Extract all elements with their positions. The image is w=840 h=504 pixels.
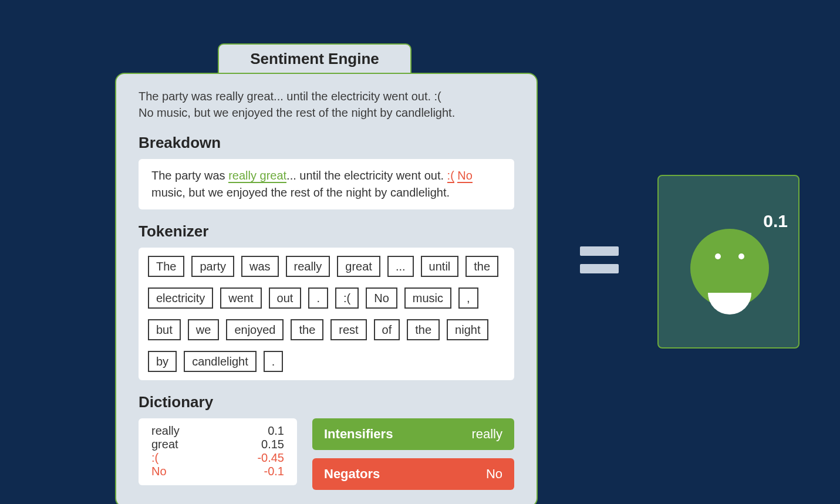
- breakdown-text-post: music, but we enjoyed the rest of the ni…: [151, 186, 450, 199]
- token: of: [374, 319, 400, 340]
- token: the: [407, 319, 440, 340]
- equals-icon: [580, 246, 619, 273]
- input-line-2: No music, but we enjoyed the rest of the…: [139, 106, 455, 119]
- dictionary-entry: No-0.1: [151, 465, 284, 478]
- token: we: [188, 319, 220, 340]
- token: was: [241, 256, 279, 277]
- token: candlelight: [184, 351, 257, 372]
- result-score: 0.1: [763, 211, 788, 231]
- breakdown-heading: Breakdown: [139, 134, 514, 152]
- intensifiers-value: really: [471, 427, 502, 442]
- breakdown-text-mid: ... until the electricity went out.: [286, 169, 447, 182]
- token: great: [337, 256, 380, 277]
- dictionary-score: 0.1: [268, 424, 284, 438]
- token: rest: [330, 319, 366, 340]
- breakdown-highlight-green: really great: [228, 169, 286, 183]
- token: night: [447, 319, 488, 340]
- token: party: [191, 256, 234, 277]
- result-card: 0.1: [657, 175, 799, 349]
- dictionary-score: 0.15: [261, 438, 284, 451]
- token: ,: [458, 287, 478, 309]
- negators-value: No: [486, 466, 502, 482]
- input-text: The party was really great... until the …: [139, 88, 514, 121]
- tokenizer-box: Thepartywasreallygreat...untiltheelectri…: [139, 248, 514, 380]
- intensifiers-label: Intensifiers: [324, 427, 393, 442]
- dictionary-word: really: [151, 424, 180, 438]
- negators-label: Negators: [324, 466, 380, 482]
- tokenizer-heading: Tokenizer: [139, 222, 514, 241]
- token: .: [308, 287, 328, 309]
- diagram-stage: Sentiment Engine The party was really gr…: [0, 0, 840, 504]
- dictionary-word: great: [151, 438, 178, 451]
- token: out: [269, 287, 302, 309]
- token: .: [264, 351, 284, 372]
- card-tab-title: Sentiment Engine: [218, 43, 411, 74]
- dictionary-entry: great0.15: [151, 438, 284, 451]
- smiley-eye: [738, 253, 744, 259]
- token: enjoyed: [226, 319, 284, 340]
- smiley-eye: [715, 253, 721, 259]
- equals-bar: [580, 264, 619, 273]
- smiley-icon: [690, 229, 769, 307]
- intensifiers-chip: Intensifiers really: [312, 418, 514, 450]
- token: music: [404, 287, 451, 309]
- sentiment-engine-card: Sentiment Engine The party was really gr…: [115, 46, 538, 504]
- token: the: [291, 319, 323, 340]
- breakdown-text-pre: The party was: [151, 169, 228, 182]
- breakdown-box: The party was really great... until the …: [139, 159, 514, 209]
- token: until: [421, 256, 459, 277]
- engine-panel: The party was really great... until the …: [115, 73, 538, 504]
- dictionary-entry: really0.1: [151, 424, 284, 438]
- token: really: [286, 256, 330, 277]
- dictionary-score: -0.1: [264, 465, 284, 478]
- dictionary-score: -0.45: [257, 451, 284, 465]
- dictionary-row: really0.1great0.15:(-0.45No-0.1 Intensif…: [139, 418, 514, 490]
- token: went: [220, 287, 261, 309]
- token: the: [465, 256, 498, 277]
- token: ...: [387, 256, 414, 277]
- dictionary-heading: Dictionary: [139, 393, 514, 411]
- breakdown-highlight-red-2: No: [457, 169, 473, 183]
- dictionary-word: No: [151, 465, 167, 478]
- token: by: [148, 351, 177, 372]
- dictionary-side-column: Intensifiers really Negators No: [312, 418, 514, 490]
- negators-chip: Negators No: [312, 458, 514, 490]
- token: No: [366, 287, 397, 309]
- token: electricity: [148, 287, 213, 309]
- dictionary-word: :(: [151, 451, 158, 465]
- token: The: [148, 256, 184, 277]
- equals-bar: [580, 246, 619, 256]
- dictionary-entry: :(-0.45: [151, 451, 284, 465]
- breakdown-highlight-red-1: :(: [447, 169, 454, 183]
- input-line-1: The party was really great... until the …: [139, 90, 441, 103]
- token: but: [148, 319, 181, 340]
- smiley-mouth: [708, 271, 751, 314]
- token: :(: [335, 287, 359, 309]
- dictionary-score-box: really0.1great0.15:(-0.45No-0.1: [139, 418, 297, 485]
